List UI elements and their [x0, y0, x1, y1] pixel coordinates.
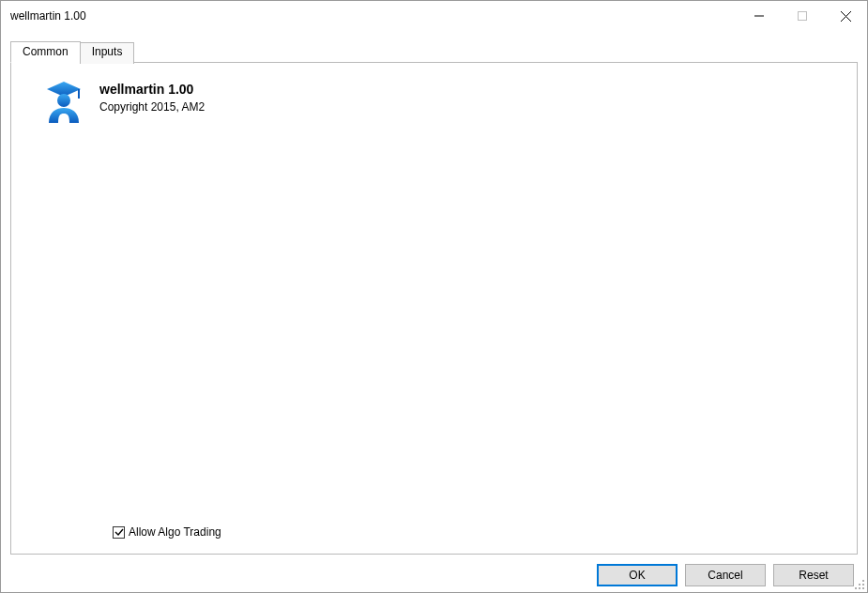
tab-common-label: Common: [23, 45, 69, 58]
tab-body-common: wellmartin 1.00 Copyright 2015, AM2 Allo…: [10, 62, 858, 555]
tab-inputs[interactable]: Inputs: [80, 42, 135, 64]
ok-button-label: OK: [629, 569, 645, 582]
window-title: wellmartin 1.00: [10, 9, 738, 23]
allow-algo-label: Allow Algo Trading: [129, 525, 221, 539]
checkmark-icon: [114, 527, 124, 537]
ea-icon: [43, 80, 84, 125]
svg-rect-5: [78, 89, 80, 99]
ea-header: wellmartin 1.00 Copyright 2015, AM2: [28, 80, 840, 125]
cancel-button-label: Cancel: [708, 569, 742, 582]
svg-rect-1: [799, 12, 807, 21]
allow-algo-row: Allow Algo Trading: [28, 525, 840, 539]
minimize-button[interactable]: [738, 1, 781, 31]
reset-button[interactable]: Reset: [773, 564, 854, 586]
ea-meta: wellmartin 1.00 Copyright 2015, AM2: [99, 80, 205, 114]
tab-inputs-label: Inputs: [92, 45, 123, 58]
titlebar: wellmartin 1.00: [1, 1, 867, 31]
maximize-button: [781, 1, 824, 31]
tab-strip: Common Inputs: [10, 40, 858, 62]
ea-name: wellmartin 1.00: [99, 82, 205, 97]
minimize-icon: [754, 11, 764, 21]
close-button[interactable]: [824, 1, 867, 31]
cancel-button[interactable]: Cancel: [685, 564, 766, 586]
tab-common[interactable]: Common: [10, 41, 81, 63]
maximize-icon: [798, 11, 807, 21]
button-row: OK Cancel Reset: [10, 555, 858, 586]
close-icon: [841, 11, 851, 22]
allow-algo-checkbox[interactable]: [113, 526, 125, 539]
dialog-window: wellmartin 1.00 Common Inputs: [0, 0, 868, 593]
svg-point-6: [57, 94, 70, 107]
ok-button[interactable]: OK: [597, 564, 678, 586]
reset-button-label: Reset: [799, 569, 828, 582]
client-area: Common Inputs: [1, 31, 867, 592]
ea-copyright: Copyright 2015, AM2: [99, 100, 205, 114]
window-controls: [738, 1, 867, 31]
